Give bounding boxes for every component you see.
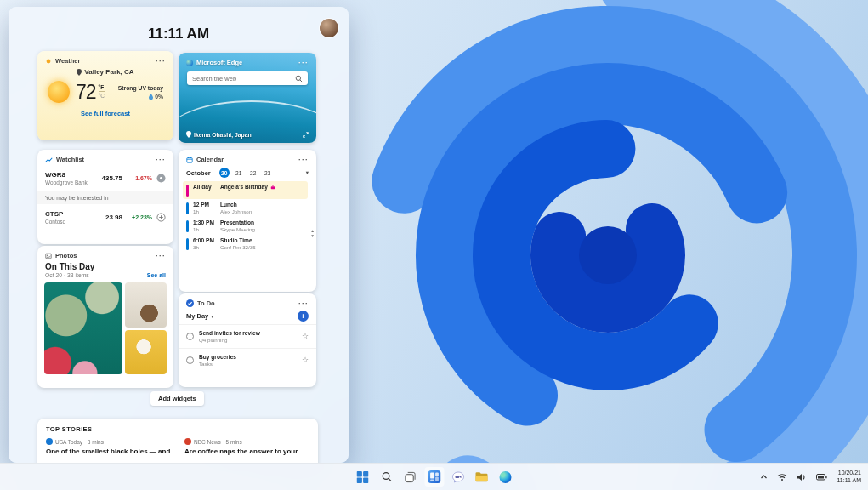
chat-button[interactable] <box>448 467 468 487</box>
calendar-event[interactable]: All day Angela's Birthday <box>183 181 308 199</box>
stock-row[interactable]: WGR8 Woodgrove Bank 435.75 -1.67% <box>37 165 173 191</box>
add-widgets-button[interactable]: Add widgets <box>150 391 204 406</box>
watch-eye-icon[interactable] <box>156 174 166 183</box>
calendar-event[interactable]: 12 PM 1h Lunch Alex Johnson <box>183 199 308 217</box>
calendar-event[interactable]: 1:30 PM 1h Presentation Skype Meeting <box>183 217 308 235</box>
add-task-button[interactable]: + <box>298 311 309 322</box>
taskbar-app-icons <box>353 464 515 490</box>
calendar-month-row: October 20 21 22 23 ▾ <box>179 165 316 180</box>
avatar[interactable] <box>320 19 338 37</box>
stock-symbol: CTSP <box>45 210 84 218</box>
start-button[interactable] <box>353 467 372 487</box>
taskbar-time: 11:11 AM <box>837 477 861 485</box>
stock-symbol: WGR8 <box>45 171 88 179</box>
event-color-bar <box>186 202 189 214</box>
temperature-units[interactable]: °F °C <box>99 84 105 99</box>
task-row[interactable]: Send invites for review Q4 planning ☆ <box>179 324 316 348</box>
stock-change: -1.67% <box>127 175 152 181</box>
watchlist-more-options-icon[interactable]: ··· <box>156 157 166 162</box>
event-title: Angela's Birthday <box>220 184 268 190</box>
edge-more-options-icon[interactable]: ··· <box>298 60 309 66</box>
calendar-event[interactable]: 6:00 PM 3h Studio Time Conf Rm 32/35 <box>183 235 308 253</box>
task-view-button[interactable] <box>400 467 420 487</box>
star-icon[interactable]: ☆ <box>302 333 309 340</box>
search-button[interactable] <box>377 467 396 487</box>
calendar-day-strip: 20 21 22 23 <box>219 168 273 178</box>
stock-row[interactable]: CTSP Contoso 23.98 +2.23% <box>37 204 173 231</box>
folder-icon <box>475 471 489 482</box>
unit-celsius[interactable]: °C <box>99 92 105 99</box>
stock-price: 23.98 <box>105 214 122 221</box>
event-time-label: 12 PM <box>193 202 216 208</box>
news-story[interactable]: USA Today · 3 mins One of the smallest b… <box>46 438 171 455</box>
file-explorer-button[interactable] <box>472 467 491 487</box>
weather-main: 72 °F °C Strong UV today 0% <box>37 76 173 103</box>
stock-chart-icon <box>45 157 53 163</box>
photo-thumbnail[interactable] <box>44 282 122 374</box>
calendar-day[interactable]: 21 <box>234 168 244 178</box>
calendar-scroll-arrows[interactable]: ▴ ▾ <box>311 228 314 238</box>
see-all-link[interactable]: See all <box>147 272 166 278</box>
calendar-widget: Calendar ··· October 20 21 22 23 ▾ All d… <box>179 150 316 292</box>
star-icon[interactable]: ☆ <box>302 356 309 364</box>
photos-more-options-icon[interactable]: ··· <box>156 254 166 259</box>
temperature: 72 °F °C <box>76 82 105 102</box>
weather-more-options-icon[interactable]: ··· <box>156 59 166 64</box>
volume-button[interactable] <box>795 471 808 483</box>
todo-widget: To Do ··· My Day ▾ + Send invites for re… <box>179 293 316 387</box>
event-subtitle: Skype Meeting <box>220 226 255 232</box>
task-title: Buy groceries <box>199 354 236 360</box>
stock-identity: CTSP Contoso <box>45 210 84 225</box>
weather-condition: Strong UV today <box>118 85 163 91</box>
todo-more-options-icon[interactable]: ··· <box>298 301 309 306</box>
web-search-input[interactable] <box>192 75 295 83</box>
search-icon <box>381 471 392 482</box>
taskbar-clock[interactable]: 10/20/21 11:11 AM <box>837 470 861 484</box>
photo-caption-label: Ikema Ohashi, Japan <box>194 132 252 138</box>
photo-thumbnail[interactable] <box>125 330 167 375</box>
hidden-icons-button[interactable] <box>758 471 769 482</box>
speaker-icon <box>797 473 807 481</box>
calendar-day[interactable]: 23 <box>263 168 273 178</box>
todo-list-label: My Day <box>186 312 208 320</box>
see-full-forecast-link[interactable]: See full forecast <box>37 110 173 117</box>
photo-collage <box>37 279 173 381</box>
widgets-button[interactable] <box>424 467 444 487</box>
network-button[interactable] <box>775 471 789 483</box>
task-complete-circle[interactable] <box>186 333 194 340</box>
task-text: Buy groceries Tasks <box>199 354 236 367</box>
task-complete-circle[interactable] <box>186 356 194 364</box>
news-story[interactable]: NBC News · 5 mins Are coffee naps the an… <box>184 438 309 455</box>
add-stock-icon[interactable] <box>156 213 166 222</box>
stock-name: Contoso <box>45 219 84 225</box>
web-search-box[interactable] <box>187 71 308 85</box>
unit-fahrenheit[interactable]: °F <box>99 84 105 92</box>
photo-thumbnail[interactable] <box>125 282 167 328</box>
calendar-more-options-icon[interactable]: ··· <box>298 157 309 162</box>
chevron-down-icon[interactable]: ▾ <box>306 169 309 176</box>
watchlist-header: Watchlist ··· <box>37 150 173 165</box>
weather-location-label: Valley Park, CA <box>84 68 133 76</box>
taskbar-date: 10/20/21 <box>837 470 861 477</box>
wifi-icon <box>777 473 787 481</box>
sun-icon <box>48 81 70 103</box>
todo-title: To Do <box>197 299 215 307</box>
event-time-label: 6:00 PM <box>193 237 216 243</box>
expand-icon[interactable] <box>303 132 309 138</box>
calendar-day[interactable]: 20 <box>219 168 230 178</box>
widgets-icon <box>428 470 440 483</box>
story-headline: One of the smallest black holes — and <box>46 447 171 455</box>
birthday-gift-icon <box>270 185 275 190</box>
chevron-down-icon: ▾ <box>211 313 213 319</box>
todo-list-dropdown[interactable]: My Day ▾ <box>186 312 213 320</box>
battery-button[interactable] <box>814 472 829 482</box>
event-color-bar <box>186 185 189 197</box>
task-row[interactable]: Buy groceries Tasks ☆ <box>179 348 316 372</box>
calendar-day[interactable]: 22 <box>248 168 258 178</box>
windows-logo-icon <box>357 471 369 483</box>
chevron-down-icon[interactable]: ▾ <box>311 233 314 238</box>
weather-location[interactable]: Valley Park, CA <box>37 68 173 76</box>
event-time-label: 1:30 PM <box>193 219 216 225</box>
event-time: All day <box>193 184 216 191</box>
edge-button[interactable] <box>496 467 515 487</box>
